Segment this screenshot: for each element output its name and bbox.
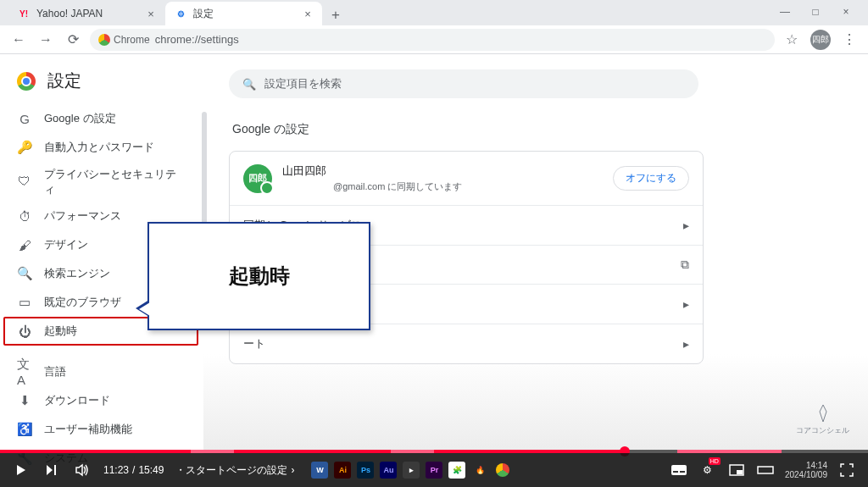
- svg-rect-0: [671, 465, 687, 475]
- svg-rect-1: [673, 471, 678, 473]
- address-text: chrome://settings: [155, 33, 239, 46]
- next-button[interactable]: [42, 461, 61, 479]
- chrome-chip: Chrome: [98, 34, 150, 46]
- chevron-right-icon: ▸: [683, 337, 689, 351]
- address-bar[interactable]: Chrome chrome://settings: [90, 29, 775, 51]
- volume-icon[interactable]: [73, 461, 92, 479]
- nav-accessibility[interactable]: ♿ユーザー補助機能: [0, 415, 203, 444]
- shield-icon: 🛡: [17, 173, 32, 190]
- chrome-logo-icon: [98, 34, 110, 46]
- close-window-button[interactable]: ×: [836, 4, 856, 19]
- profile-info: 山田四郎 @gmail.com に同期しています: [282, 163, 603, 193]
- premiere-icon[interactable]: Pr: [426, 462, 442, 479]
- profile-row: 四郎 山田四郎 @gmail.com に同期しています オフにする: [230, 152, 703, 205]
- nav-download[interactable]: ⬇ダウンロード: [0, 386, 203, 415]
- search-icon: 🔍: [17, 266, 32, 281]
- play-button[interactable]: [12, 461, 31, 479]
- word-icon[interactable]: W: [311, 462, 328, 479]
- minimize-button[interactable]: —: [775, 4, 795, 19]
- brand-watermark: コアコンシェル: [796, 403, 849, 436]
- section-title: Google の設定: [232, 122, 792, 137]
- open-external-icon: ⧉: [681, 257, 689, 272]
- browser-chrome: Y! Yahoo! JAPAN × ⚙ 設定 × + — □ × ← → ⟳ C…: [0, 0, 868, 54]
- chevron-right-icon: ▸: [683, 219, 689, 232]
- settings-search-input[interactable]: 🔍 設定項目を検索: [229, 69, 698, 98]
- toolbar-right: ☆ 四郎 ⋮: [782, 30, 860, 50]
- unknown-icon[interactable]: ▸: [403, 462, 420, 479]
- menu-dots-icon[interactable]: ⋮: [839, 30, 860, 50]
- reload-button[interactable]: ⟳: [63, 30, 83, 50]
- app-icon[interactable]: 🧩: [448, 462, 465, 479]
- titlebar: Y! Yahoo! JAPAN × ⚙ 設定 × + — □ ×: [0, 0, 868, 25]
- nav-google[interactable]: GGoogle の設定: [0, 104, 203, 133]
- nav-autofill[interactable]: 🔑自動入力とパスワード: [0, 133, 203, 162]
- browser-icon: ▭: [17, 295, 32, 310]
- tab-close-icon[interactable]: ×: [302, 8, 314, 19]
- nav-privacy[interactable]: 🛡プライバシーとセキュリティ: [0, 162, 203, 202]
- flame-icon[interactable]: 🔥: [471, 462, 488, 479]
- theater-button[interactable]: [756, 461, 775, 479]
- page-title: 設定: [47, 69, 81, 92]
- accessibility-icon: ♿: [17, 422, 32, 437]
- back-button[interactable]: ←: [8, 30, 29, 50]
- settings-page: 設定 GGoogle の設定 🔑自動入力とパスワード 🛡プライバシーとセキュリテ…: [0, 54, 868, 454]
- window-controls: — □ ×: [775, 4, 868, 25]
- gear-icon: ⚙: [174, 7, 187, 20]
- audition-icon[interactable]: Au: [380, 462, 397, 479]
- chevron-right-icon: ▸: [683, 297, 689, 311]
- nav-language[interactable]: 文A言語: [0, 357, 203, 386]
- svg-rect-4: [737, 470, 743, 474]
- miniplayer-button[interactable]: [727, 461, 746, 479]
- time-display: 11:23/15:49: [103, 464, 164, 476]
- search-icon: 🔍: [242, 78, 256, 91]
- speedometer-icon: ⏱: [17, 209, 32, 224]
- download-icon: ⬇: [17, 393, 32, 408]
- key-icon: 🔑: [17, 140, 32, 155]
- power-icon: ⏻: [17, 324, 32, 339]
- favicon-yahoo: Y!: [17, 7, 31, 20]
- tab-title: 設定: [193, 7, 296, 21]
- translate-icon: 文A: [17, 357, 32, 387]
- palette-icon: 🖌: [17, 238, 32, 252]
- profile-avatar-button[interactable]: 四郎: [810, 30, 831, 50]
- chrome-logo-icon: [17, 72, 36, 91]
- captions-button[interactable]: [670, 461, 688, 479]
- callout-tooltip: 起動時: [147, 222, 370, 330]
- illustrator-icon[interactable]: Ai: [334, 462, 351, 479]
- tab-title: Yahoo! JAPAN: [36, 8, 139, 19]
- avatar: 四郎: [243, 164, 272, 193]
- svg-rect-2: [680, 471, 685, 473]
- search-placeholder: 設定項目を検索: [264, 76, 342, 91]
- video-player-bar: 11:23/15:49 ・スタートページの設定 › W Ai Ps Au ▸ P…: [0, 453, 868, 487]
- tab-yahoo[interactable]: Y! Yahoo! JAPAN ×: [8, 2, 165, 25]
- toolbar: ← → ⟳ Chrome chrome://settings ☆ 四郎 ⋮: [0, 25, 868, 54]
- maximize-button[interactable]: □: [805, 4, 826, 19]
- timestamp-overlay: 14:142024/10/09: [785, 461, 827, 479]
- svg-rect-5: [758, 467, 773, 473]
- callout-text: 起動時: [229, 263, 290, 290]
- taskbar-icons: W Ai Ps Au ▸ Pr 🧩 🔥: [311, 462, 511, 479]
- bookmark-star-icon[interactable]: ☆: [782, 30, 802, 50]
- forward-button[interactable]: →: [36, 30, 56, 50]
- new-tab-button[interactable]: +: [326, 5, 346, 25]
- chapter-label[interactable]: ・スタートページの設定 ›: [175, 463, 294, 478]
- settings-header: 設定: [0, 69, 203, 104]
- tab-settings[interactable]: ⚙ 設定 ×: [165, 2, 322, 25]
- profile-sync-status: @gmail.com に同期しています: [282, 180, 603, 193]
- photoshop-icon[interactable]: Ps: [357, 462, 374, 479]
- google-g-icon: G: [17, 112, 32, 126]
- fullscreen-button[interactable]: [837, 461, 856, 479]
- settings-gear-button[interactable]: ⚙HD: [698, 461, 717, 479]
- player-right-controls: ⚙HD 14:142024/10/09: [670, 461, 856, 479]
- turn-off-sync-button[interactable]: オフにする: [613, 166, 689, 191]
- tab-close-icon[interactable]: ×: [145, 8, 157, 19]
- tabs-row: Y! Yahoo! JAPAN × ⚙ 設定 × +: [8, 0, 775, 25]
- chrome-icon[interactable]: [494, 462, 511, 479]
- profile-name: 山田四郎: [282, 163, 603, 179]
- chevron-right-icon: ›: [291, 464, 294, 476]
